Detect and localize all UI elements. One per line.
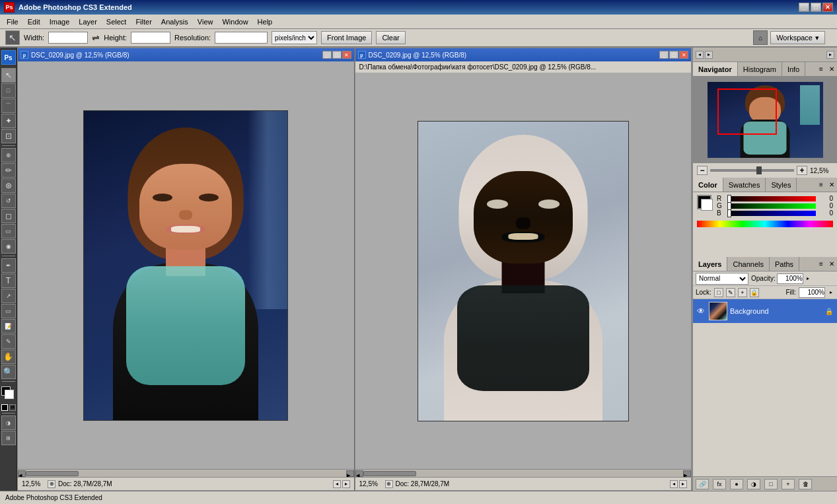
navigator-close-btn[interactable]: ✕ xyxy=(826,64,837,75)
doc1-canvas-wrap[interactable] xyxy=(18,61,354,469)
lasso-tool[interactable]: ⌒ xyxy=(1,98,16,113)
zoom-out-btn[interactable]: − xyxy=(697,166,708,175)
quick-mask-btn[interactable]: ◑ xyxy=(1,415,16,430)
background-color[interactable] xyxy=(5,390,14,399)
tab-swatches[interactable]: Swatches xyxy=(723,178,766,192)
layer-visibility-btn[interactable]: 👁 xyxy=(696,306,706,316)
color-selector[interactable] xyxy=(1,386,16,402)
tab-color[interactable]: Color xyxy=(693,178,723,192)
tab-layers[interactable]: Layers xyxy=(693,257,727,271)
navigator-menu-btn[interactable]: ≡ xyxy=(816,64,826,75)
panels-right-arrow[interactable]: ▸ xyxy=(705,51,713,59)
maximize-button[interactable]: □ xyxy=(811,3,821,12)
panels-collapse-btn[interactable]: ▸ xyxy=(826,51,834,59)
layer-adjustment-btn[interactable]: ◑ xyxy=(747,479,760,489)
menu-help[interactable]: Help xyxy=(254,17,277,27)
color-swatch-container[interactable] xyxy=(697,195,714,212)
hand-tool[interactable]: ✋ xyxy=(1,349,16,364)
layer-delete-btn[interactable]: 🗑 xyxy=(799,479,812,489)
height-input[interactable] xyxy=(131,32,170,44)
lock-position-btn[interactable]: + xyxy=(738,288,747,297)
doc2-maximize[interactable]: □ xyxy=(669,51,678,59)
menu-filter[interactable]: Filter xyxy=(131,17,155,27)
crop-tool[interactable]: ⊡ xyxy=(1,129,16,143)
marquee-tool[interactable]: □ xyxy=(1,83,16,98)
menu-view[interactable]: View xyxy=(194,17,217,27)
opacity-input[interactable] xyxy=(777,273,803,284)
doc1-minimize[interactable]: _ xyxy=(322,51,332,59)
doc1-scroll-thumb[interactable] xyxy=(26,471,79,476)
resolution-input[interactable] xyxy=(215,32,268,44)
tab-histogram[interactable]: Histogram xyxy=(738,62,782,76)
menu-analysis[interactable]: Analysis xyxy=(157,17,192,27)
menu-select[interactable]: Select xyxy=(102,17,131,27)
color-menu-btn[interactable]: ≡ xyxy=(816,180,826,190)
doc2-prev-btn[interactable]: ◂ xyxy=(670,480,678,488)
doc1-scroll-left[interactable]: ◂ xyxy=(18,470,26,477)
zoom-thumb[interactable] xyxy=(756,166,762,174)
tab-info[interactable]: Info xyxy=(782,62,805,76)
default-colors-icon[interactable] xyxy=(1,404,8,411)
doc2-canvas-wrap[interactable] xyxy=(355,73,692,469)
type-tool[interactable]: T xyxy=(1,273,16,288)
clear-button[interactable]: Clear xyxy=(376,31,405,44)
lock-image-btn[interactable]: ✎ xyxy=(726,288,735,297)
layer-effects-btn[interactable]: fx xyxy=(713,479,726,489)
g-slider[interactable] xyxy=(727,203,816,209)
brush-tool[interactable]: ✏ xyxy=(1,163,16,178)
notes-tool[interactable]: 📝 xyxy=(1,319,16,334)
lock-all-btn[interactable]: 🔒 xyxy=(750,288,759,297)
fill-input[interactable] xyxy=(799,287,825,298)
window-controls[interactable]: _ □ ✕ xyxy=(799,3,833,12)
doc1-close[interactable]: ✕ xyxy=(342,51,351,59)
menu-window[interactable]: Window xyxy=(218,17,252,27)
opacity-arrow[interactable]: ▸ xyxy=(805,274,811,283)
doc2-next-btn[interactable]: ▸ xyxy=(679,480,687,488)
doc1-zoom-icon[interactable]: ⊕ xyxy=(48,480,55,488)
resolution-unit-select[interactable]: pixels/inch pixels/cm xyxy=(272,31,317,44)
screen-mode-btn[interactable]: ⊞ xyxy=(1,431,16,445)
menu-edit[interactable]: Edit xyxy=(24,17,44,27)
menu-layer[interactable]: Layer xyxy=(75,17,101,27)
menu-file[interactable]: File xyxy=(3,17,22,27)
history-tool[interactable]: ↺ xyxy=(1,194,16,208)
doc1-scroll-right[interactable]: ▸ xyxy=(346,470,354,477)
zoom-tool[interactable]: 🔍 xyxy=(1,365,16,379)
layers-menu-btn[interactable]: ≡ xyxy=(816,259,826,270)
nav-box[interactable] xyxy=(717,89,777,135)
lock-transparent-btn[interactable]: □ xyxy=(714,288,723,297)
doc1-scroll-track[interactable] xyxy=(26,470,346,477)
r-slider[interactable] xyxy=(727,196,816,201)
shape-tool[interactable]: ▭ xyxy=(1,304,16,318)
doc2-scroll-right[interactable]: ▸ xyxy=(683,470,691,477)
gradient-tool[interactable]: ▭ xyxy=(1,224,16,238)
menu-image[interactable]: Image xyxy=(46,17,74,27)
tool-options-icon[interactable]: ↖ xyxy=(5,30,20,45)
width-input[interactable] xyxy=(48,32,88,44)
bg-color-swatch[interactable] xyxy=(701,199,713,211)
stamp-tool[interactable]: ⊛ xyxy=(1,178,16,193)
layer-mask-btn[interactable]: ● xyxy=(730,479,743,489)
doc1-maximize[interactable]: □ xyxy=(332,51,342,59)
panels-left-arrow[interactable]: ◂ xyxy=(696,51,704,59)
fill-arrow[interactable]: ▸ xyxy=(828,288,834,297)
layer-group-btn[interactable]: □ xyxy=(764,479,778,489)
doc1-scrollbar-h[interactable]: ◂ ▸ xyxy=(18,469,354,477)
workspace-button[interactable]: Workspace ▾ xyxy=(770,31,825,44)
doc2-minimize[interactable]: _ xyxy=(659,51,669,59)
zoom-slider[interactable] xyxy=(710,169,794,172)
doc2-close[interactable]: ✕ xyxy=(679,51,688,59)
workspace-icon[interactable]: ⌂ xyxy=(753,30,768,45)
eyedropper-tool[interactable]: ✎ xyxy=(1,334,16,349)
doc1-prev-btn[interactable]: ◂ xyxy=(333,480,341,488)
layer-new-btn[interactable]: + xyxy=(782,479,795,489)
layers-close-btn[interactable]: ✕ xyxy=(826,259,837,270)
blending-mode-select[interactable]: Normal Multiply Screen xyxy=(696,273,748,285)
doc2-scroll-thumb[interactable] xyxy=(363,471,416,476)
tab-channels[interactable]: Channels xyxy=(727,257,769,271)
color-spectrum[interactable] xyxy=(697,221,833,227)
b-slider[interactable] xyxy=(727,211,816,216)
swap-colors-icon[interactable]: ⇄ xyxy=(9,404,16,411)
doc2-scroll-left[interactable]: ◂ xyxy=(355,470,363,477)
magic-wand-tool[interactable]: ✦ xyxy=(1,114,16,128)
